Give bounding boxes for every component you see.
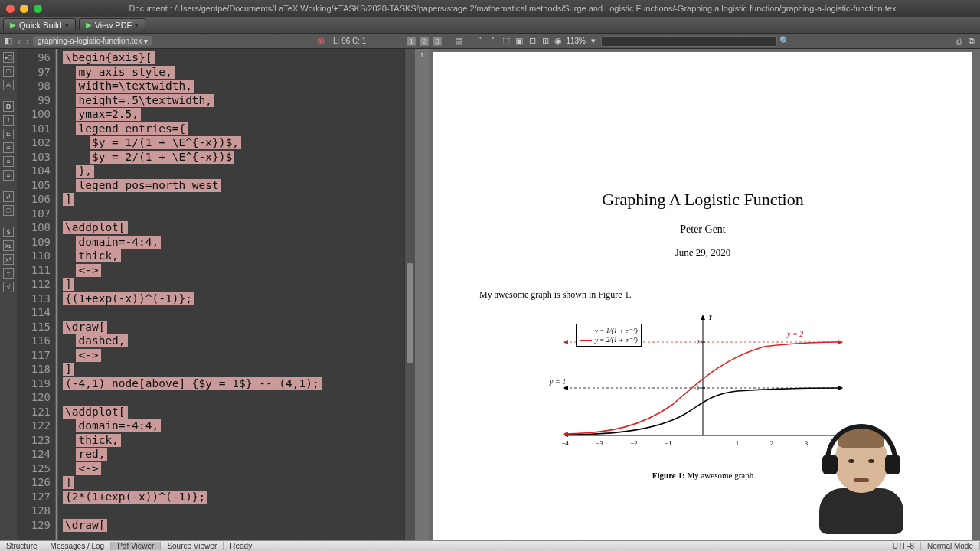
- tool-icon[interactable]: ▸□: [3, 52, 14, 63]
- superscript-icon[interactable]: x¹: [3, 254, 14, 265]
- page-1-button[interactable]: 1: [407, 37, 416, 46]
- svg-text:3: 3: [805, 439, 808, 447]
- preview-ruler: 1: [415, 49, 429, 540]
- view-pdf-label: View PDF: [95, 21, 132, 30]
- forward-icon[interactable]: ›: [24, 36, 31, 47]
- doc-body: My awesome graph is shown in Figure 1.: [479, 289, 926, 301]
- external-viewer-icon[interactable]: ⧉: [966, 36, 977, 47]
- emph-icon[interactable]: E: [3, 129, 14, 139]
- pdf-search-input[interactable]: [601, 36, 777, 47]
- presentation-icon[interactable]: ◉: [553, 36, 564, 47]
- view-pdf-button[interactable]: ▶ View PDF ▾: [79, 18, 146, 31]
- center-align-icon[interactable]: ≡: [3, 156, 14, 167]
- newline-icon[interactable]: ↲: [3, 191, 14, 202]
- chart-legend: y = 1/(1 + e⁻ˣ) y = 2/(1 + e⁻ˣ): [576, 324, 642, 347]
- asymptote-label-1: y = 1: [550, 377, 566, 386]
- page-2-button[interactable]: 2: [420, 37, 429, 46]
- frac-icon[interactable]: ÷: [3, 268, 14, 279]
- svg-marker-1: [701, 315, 705, 320]
- encoding-indicator[interactable]: UTF-8: [887, 542, 921, 550]
- print-icon[interactable]: ⎙: [953, 36, 964, 47]
- status-ready: Ready: [224, 542, 258, 550]
- asymptote-label-2: y = 2: [787, 330, 803, 338]
- sqrt-icon[interactable]: √: [3, 282, 14, 292]
- scrollbar-thumb[interactable]: [407, 263, 413, 363]
- source-viewer-tab[interactable]: Source Viewer: [161, 542, 224, 550]
- next-page-icon[interactable]: ˅: [488, 36, 498, 47]
- right-align-icon[interactable]: ≡: [3, 170, 14, 181]
- svg-marker-20: [563, 340, 568, 344]
- search-icon[interactable]: 🔍: [779, 36, 790, 47]
- play-icon: ▶: [86, 21, 92, 29]
- document-title: Document : /Users/gentpe/Documents/LaTeX…: [51, 4, 974, 13]
- svg-text:−1: −1: [665, 439, 672, 447]
- mode-indicator[interactable]: Normal Mode: [921, 542, 980, 550]
- play-icon: ▶: [10, 21, 16, 29]
- doc-date: June 29, 2020: [479, 246, 926, 259]
- math-icon[interactable]: $: [3, 227, 14, 237]
- messages-tab[interactable]: Messages / Log: [44, 542, 112, 550]
- y-axis-label: Y: [708, 313, 713, 321]
- fit-page-icon[interactable]: ▣: [514, 36, 524, 47]
- webcam-overlay: [812, 430, 911, 537]
- tab-dropdown-icon: ▾: [144, 37, 148, 45]
- dropdown-icon: ▾: [135, 21, 139, 29]
- svg-marker-17: [563, 386, 568, 390]
- status-bar: Structure Messages / Log Pdf Viewer Sour…: [0, 540, 980, 551]
- titlebar: Document : /Users/gentpe/Documents/LaTeX…: [0, 0, 980, 17]
- window-controls: [6, 5, 42, 13]
- svg-marker-25: [838, 340, 843, 344]
- minimize-window-icon[interactable]: [20, 5, 28, 13]
- zoom-out-icon[interactable]: ⊟: [527, 36, 537, 47]
- zoom-in-icon[interactable]: ⊞: [540, 36, 550, 47]
- page-3-button[interactable]: 3: [433, 37, 442, 46]
- pdf-viewer-tab[interactable]: Pdf Viewer: [111, 542, 161, 550]
- dropdown-icon: ▾: [65, 21, 69, 29]
- tool-icon[interactable]: □: [3, 205, 14, 216]
- doc-author: Peter Gent: [479, 223, 926, 236]
- error-close-icon[interactable]: ⊗: [315, 36, 326, 47]
- svg-marker-23: [838, 386, 843, 390]
- editor-scrollbar[interactable]: [404, 49, 415, 540]
- close-window-icon[interactable]: [6, 5, 15, 13]
- svg-text:2: 2: [770, 439, 774, 447]
- code-content[interactable]: \begin{axis}[ my axis style, width=\text…: [58, 49, 415, 540]
- line-number-gutter: 9697989910010110210310410510610710810911…: [17, 49, 55, 540]
- left-align-icon[interactable]: ≡: [3, 142, 14, 153]
- subscript-icon[interactable]: x₁: [3, 240, 14, 251]
- zoom-level[interactable]: 113%: [566, 37, 586, 45]
- fit-width-icon[interactable]: ⬚: [501, 36, 511, 47]
- svg-text:−3: −3: [596, 439, 603, 447]
- structure-tab[interactable]: Structure: [0, 542, 44, 550]
- page-layout-icon[interactable]: ▤: [453, 36, 464, 47]
- file-tab[interactable]: graphing-a-logistic-function.tex ▾: [33, 36, 152, 46]
- zoom-dropdown-icon[interactable]: ▾: [588, 36, 599, 47]
- italic-icon[interactable]: I: [3, 115, 14, 126]
- svg-text:−2: −2: [630, 439, 638, 447]
- code-editor[interactable]: 9697989910010110210310410510610710810911…: [17, 49, 415, 540]
- main-toolbar: ▶ Quick Build ▾ ▶ View PDF ▾: [0, 17, 980, 34]
- tool-icon[interactable]: □: [3, 66, 14, 77]
- figure: −4−3−2−1 1234 12: [557, 313, 848, 466]
- maximize-window-icon[interactable]: [34, 5, 42, 13]
- left-icon-rail: ▸□ □ A B I E ≡ ≡ ≡ ↲ □ $ x₁ x¹ ÷ √: [0, 49, 17, 540]
- quick-build-label: Quick Build: [19, 21, 62, 30]
- doc-title: Graphing A Logistic Function: [479, 190, 926, 210]
- quick-build-button[interactable]: ▶ Quick Build ▾: [3, 18, 76, 31]
- sub-toolbar: ◧ ‹ › graphing-a-logistic-function.tex ▾…: [0, 34, 980, 49]
- cursor-position: L: 96 C: 1: [328, 37, 371, 45]
- back-icon[interactable]: ‹: [16, 36, 22, 47]
- svg-text:−4: −4: [561, 439, 569, 447]
- panel-toggle-icon[interactable]: ◧: [3, 36, 14, 47]
- bold-icon[interactable]: B: [3, 101, 14, 112]
- tool-icon[interactable]: A: [3, 80, 14, 90]
- prev-page-icon[interactable]: ˄: [475, 36, 485, 47]
- svg-text:1: 1: [736, 439, 740, 447]
